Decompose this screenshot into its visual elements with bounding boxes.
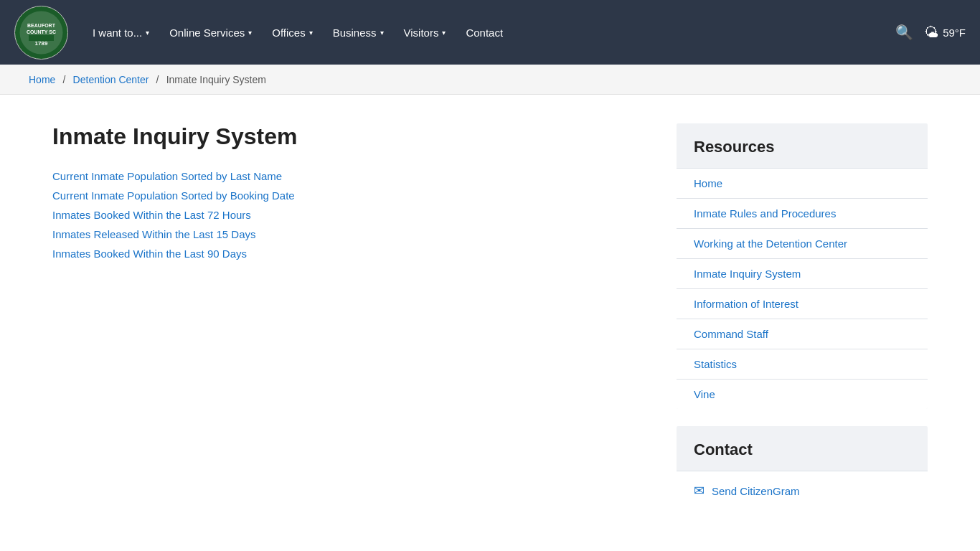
list-item: Command Staff bbox=[677, 319, 928, 349]
breadcrumb: Home / Detention Center / Inmate Inquiry… bbox=[0, 65, 980, 95]
content-left: Inmate Inquiry System Current Inmate Pop… bbox=[52, 123, 648, 510]
nav-item-visitors[interactable]: Visitors ▾ bbox=[394, 19, 456, 46]
sidebar-link-home[interactable]: Home bbox=[677, 169, 928, 198]
resources-card: Resources Home Inmate Rules and Procedur… bbox=[677, 123, 928, 409]
breadcrumb-sep-1: / bbox=[63, 74, 66, 85]
link-sorted-booking-date[interactable]: Current Inmate Population Sorted by Book… bbox=[52, 189, 295, 202]
envelope-icon: ✉ bbox=[694, 483, 705, 499]
nav-label-i-want-to: I want to... bbox=[93, 27, 142, 39]
nav-item-online-services[interactable]: Online Services ▾ bbox=[159, 19, 262, 46]
caret-icon: ▾ bbox=[309, 29, 313, 37]
list-item: Inmate Inquiry System bbox=[677, 258, 928, 288]
caret-icon: ▾ bbox=[380, 29, 384, 37]
link-released-15-days[interactable]: Inmates Released Within the Last 15 Days bbox=[52, 228, 255, 240]
list-item: Statistics bbox=[677, 349, 928, 379]
nav-label-business: Business bbox=[333, 27, 377, 39]
link-booked-90-days[interactable]: Inmates Booked Within the Last 90 Days bbox=[52, 248, 247, 260]
link-booked-72-hours[interactable]: Inmates Booked Within the Last 72 Hours bbox=[52, 209, 251, 221]
resources-nav-list: Home Inmate Rules and Procedures Working… bbox=[677, 168, 928, 409]
nav-item-i-want-to[interactable]: I want to... ▾ bbox=[83, 19, 159, 46]
list-item: Inmate Rules and Procedures bbox=[677, 198, 928, 228]
navbar-right: 🔍 🌤 59°F bbox=[895, 24, 966, 41]
svg-text:COUNTY SC: COUNTY SC bbox=[27, 29, 56, 34]
list-item: Information of Interest bbox=[677, 288, 928, 319]
breadcrumb-home[interactable]: Home bbox=[29, 74, 55, 85]
caret-icon: ▾ bbox=[146, 29, 149, 37]
nav-item-business[interactable]: Business ▾ bbox=[323, 19, 394, 46]
sidebar-link-info-interest[interactable]: Information of Interest bbox=[677, 289, 928, 319]
list-item: Current Inmate Population Sorted by Book… bbox=[52, 189, 648, 202]
inmate-links-list: Current Inmate Population Sorted by Last… bbox=[52, 170, 648, 260]
sidebar-link-vine[interactable]: Vine bbox=[677, 380, 928, 409]
nav-label-visitors: Visitors bbox=[404, 27, 439, 39]
search-button[interactable]: 🔍 bbox=[895, 24, 913, 41]
svg-rect-5 bbox=[29, 35, 54, 41]
sidebar-link-inmate-inquiry[interactable]: Inmate Inquiry System bbox=[677, 259, 928, 288]
weather-icon: 🌤 bbox=[924, 24, 938, 41]
sidebar-link-statistics[interactable]: Statistics bbox=[677, 349, 928, 379]
breadcrumb-current: Inmate Inquiry System bbox=[166, 74, 266, 85]
page-title: Inmate Inquiry System bbox=[52, 123, 648, 150]
list-item: Working at the Detention Center bbox=[677, 228, 928, 258]
list-item: Current Inmate Population Sorted by Last… bbox=[52, 170, 648, 182]
caret-icon: ▾ bbox=[248, 29, 252, 37]
list-item: Inmates Booked Within the Last 72 Hours bbox=[52, 209, 648, 221]
list-item: Home bbox=[677, 168, 928, 198]
main-nav: I want to... ▾ Online Services ▾ Offices… bbox=[83, 19, 895, 46]
nav-item-offices[interactable]: Offices ▾ bbox=[262, 19, 322, 46]
list-item: Inmates Booked Within the Last 90 Days bbox=[52, 248, 648, 260]
breadcrumb-detention[interactable]: Detention Center bbox=[73, 74, 149, 85]
search-icon: 🔍 bbox=[895, 24, 913, 40]
sidebar-link-command-staff[interactable]: Command Staff bbox=[677, 319, 928, 349]
nav-label-contact: Contact bbox=[466, 27, 503, 39]
site-logo[interactable]: BEAUFORT COUNTY SC 1789 bbox=[14, 6, 68, 60]
sidebar-link-working-detention[interactable]: Working at the Detention Center bbox=[677, 229, 928, 258]
contact-body: ✉ Send CitizenGram bbox=[677, 471, 928, 510]
list-item: Inmates Released Within the Last 15 Days bbox=[52, 228, 648, 240]
caret-icon: ▾ bbox=[442, 29, 446, 37]
navbar: BEAUFORT COUNTY SC 1789 I want to... ▾ O… bbox=[0, 0, 980, 65]
main-content: Inmate Inquiry System Current Inmate Pop… bbox=[24, 95, 956, 539]
svg-text:1789: 1789 bbox=[35, 40, 48, 47]
resources-title: Resources bbox=[677, 123, 928, 168]
nav-label-online-services: Online Services bbox=[169, 27, 245, 39]
breadcrumb-sep-2: / bbox=[156, 74, 159, 85]
sidebar-link-inmate-rules[interactable]: Inmate Rules and Procedures bbox=[677, 199, 928, 228]
list-item: Vine bbox=[677, 379, 928, 409]
svg-text:BEAUFORT: BEAUFORT bbox=[27, 23, 56, 28]
content-right: Resources Home Inmate Rules and Procedur… bbox=[677, 123, 928, 510]
temperature-display: 59°F bbox=[943, 27, 966, 39]
weather-display: 🌤 59°F bbox=[924, 24, 966, 41]
nav-item-contact[interactable]: Contact bbox=[456, 19, 513, 46]
link-sorted-last-name[interactable]: Current Inmate Population Sorted by Last… bbox=[52, 170, 282, 182]
contact-title: Contact bbox=[677, 426, 928, 471]
nav-label-offices: Offices bbox=[272, 27, 305, 39]
send-citizengram-link[interactable]: Send CitizenGram bbox=[712, 485, 800, 497]
contact-card: Contact ✉ Send CitizenGram bbox=[677, 426, 928, 510]
